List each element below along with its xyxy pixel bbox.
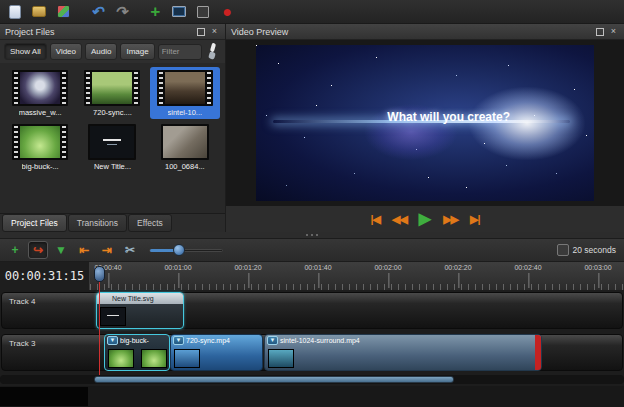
- file-new-title[interactable]: New Title...: [77, 121, 147, 173]
- track-name: Track 4: [2, 293, 622, 306]
- timeline-bottom-strip: [0, 386, 624, 407]
- clip-menu-icon[interactable]: ▼: [107, 336, 118, 345]
- clip-label: New Title.svg: [97, 293, 183, 304]
- close-panel-button[interactable]: ×: [209, 26, 220, 37]
- ruler-mark: 00:02:40: [514, 264, 541, 271]
- add-marker-button[interactable]: ▼: [51, 241, 71, 259]
- ruler-mark: 00:02:00: [374, 264, 401, 271]
- clip-trim-end-marker[interactable]: [535, 335, 541, 370]
- undo-button[interactable]: ↶: [86, 2, 108, 22]
- zoom-scale-label: 20 seconds: [573, 245, 616, 255]
- playback-controls: |◀ ◀◀ ▶ ▶▶ ▶|: [226, 206, 624, 232]
- undo-icon: ↶: [91, 4, 104, 19]
- file-720-sync[interactable]: 720-sync....: [77, 67, 147, 119]
- clip-sintel[interactable]: ▼ sintel-1024-surround.mp4: [264, 334, 542, 371]
- file-massive-w[interactable]: massive_w...: [5, 67, 75, 119]
- fullscreen-button[interactable]: [192, 2, 214, 22]
- plain-thumbnail: [88, 124, 136, 160]
- fast-forward-button[interactable]: ▶▶: [443, 214, 458, 225]
- clip-menu-icon[interactable]: ▼: [267, 336, 278, 345]
- slider-knob[interactable]: [173, 244, 185, 256]
- next-marker-button[interactable]: ⇥: [97, 241, 117, 259]
- clip-menu-icon[interactable]: ▼: [173, 336, 184, 345]
- video-preview-header: Video Preview ×: [226, 24, 624, 40]
- clear-filter-brush-icon[interactable]: [205, 43, 218, 60]
- file-big-buck[interactable]: big-buck-...: [5, 121, 75, 173]
- open-project-button[interactable]: [28, 2, 50, 22]
- tab-transitions[interactable]: Transitions: [68, 214, 127, 232]
- timeline-horizontal-scrollbar[interactable]: [0, 375, 624, 384]
- video-preview-area: What will you create?: [226, 40, 624, 206]
- filmstrip-thumbnail: [12, 70, 68, 106]
- choose-profile-button[interactable]: [168, 2, 190, 22]
- filter-image-button[interactable]: Image: [120, 43, 154, 60]
- filmstrip-thumbnail: [84, 70, 140, 106]
- previous-marker-button[interactable]: ⇤: [74, 241, 94, 259]
- ruler-mark: 00:01:00: [164, 264, 191, 271]
- ruler-mark: 00:03:00: [584, 264, 611, 271]
- filmstrip-thumbnail: [157, 70, 213, 106]
- filter-show-all-button[interactable]: Show All: [4, 43, 47, 60]
- timeline-zoom-slider[interactable]: [149, 243, 223, 257]
- file-sintel[interactable]: sintel-10...: [150, 67, 220, 119]
- ruler-mark: 00:01:40: [304, 264, 331, 271]
- open-project-icon: [32, 6, 46, 17]
- clip-label: sintel-1024-surround.mp4: [265, 335, 541, 346]
- timeline-ruler[interactable]: 00:00:40 00:01:00 00:01:20 00:01:40 00:0…: [90, 262, 624, 290]
- clip-big-buck[interactable]: ▼ big-buck-: [104, 334, 170, 371]
- clip-720-sync[interactable]: ▼ 720-sync.mp4: [170, 334, 263, 371]
- tracks-container: Track 4 Track 3 New Title.svg ▼ big-buck…: [0, 290, 624, 407]
- file-label: 720-sync....: [93, 108, 132, 117]
- project-files-grid: massive_w... 720-sync.... sintel-10... b…: [0, 63, 225, 213]
- redo-button[interactable]: ↷: [110, 2, 132, 22]
- import-files-button[interactable]: +: [144, 2, 166, 22]
- filmstrip-thumbnail: [12, 124, 68, 160]
- timeline-bottom-corner: [0, 387, 88, 406]
- tab-project-files[interactable]: Project Files: [2, 214, 67, 232]
- close-panel-button[interactable]: ×: [608, 26, 619, 37]
- clip-label: 720-sync.mp4: [171, 335, 262, 346]
- thumbnail-image: [20, 72, 60, 104]
- timeline-area: 00:00:31:15 00:00:40 00:01:00 00:01:20 0…: [0, 262, 624, 407]
- new-project-icon: [9, 5, 21, 19]
- project-files-header: Project Files ×: [0, 24, 225, 40]
- zoom-scale-icon: [557, 244, 569, 256]
- clip-thumbnail: [100, 307, 126, 326]
- filter-audio-button[interactable]: Audio: [85, 43, 117, 60]
- undock-panel-button[interactable]: [594, 26, 605, 37]
- clip-new-title[interactable]: New Title.svg: [96, 292, 184, 329]
- razor-tool-button[interactable]: ✂: [120, 241, 140, 259]
- filter-video-button[interactable]: Video: [50, 43, 82, 60]
- panel-title: Project Files: [5, 27, 55, 37]
- video-preview-panel: Video Preview × What will you create? |◀…: [226, 24, 624, 232]
- filter-input[interactable]: [158, 44, 202, 60]
- save-project-button[interactable]: [52, 2, 74, 22]
- tab-effects[interactable]: Effects: [128, 214, 172, 232]
- clip-thumbnail: [141, 349, 167, 368]
- file-label: big-buck-...: [22, 162, 59, 171]
- add-track-button[interactable]: +: [5, 241, 25, 259]
- playhead-line: [99, 282, 100, 375]
- file-label: 100_0684...: [165, 162, 205, 171]
- file-100-0684[interactable]: 100_0684...: [150, 121, 220, 173]
- project-files-panel: Project Files × Show All Video Audio Ima…: [0, 24, 226, 232]
- zoom-scale-indicator: 20 seconds: [557, 244, 616, 256]
- scrollbar-thumb[interactable]: [94, 376, 454, 383]
- undock-panel-button[interactable]: [195, 26, 206, 37]
- fullscreen-icon: [197, 6, 209, 18]
- jump-to-end-button[interactable]: ▶|: [470, 214, 480, 225]
- thumbnail-image: [90, 126, 134, 158]
- filter-row: Show All Video Audio Image: [0, 40, 225, 63]
- thumbnail-image: [20, 126, 60, 158]
- new-project-button[interactable]: [4, 2, 26, 22]
- jump-to-start-button[interactable]: |◀: [370, 214, 380, 225]
- save-project-icon: [57, 5, 70, 18]
- play-button[interactable]: ▶: [419, 211, 431, 227]
- export-video-button[interactable]: ●: [216, 2, 238, 22]
- rewind-button[interactable]: ◀◀: [392, 214, 407, 225]
- ruler-mark: 00:01:20: [234, 264, 261, 271]
- playhead-marker[interactable]: [94, 266, 105, 282]
- video-frame: What will you create?: [256, 45, 594, 201]
- ruler-mark: 00:02:20: [444, 264, 471, 271]
- snapping-toggle-button[interactable]: ↪: [28, 241, 48, 259]
